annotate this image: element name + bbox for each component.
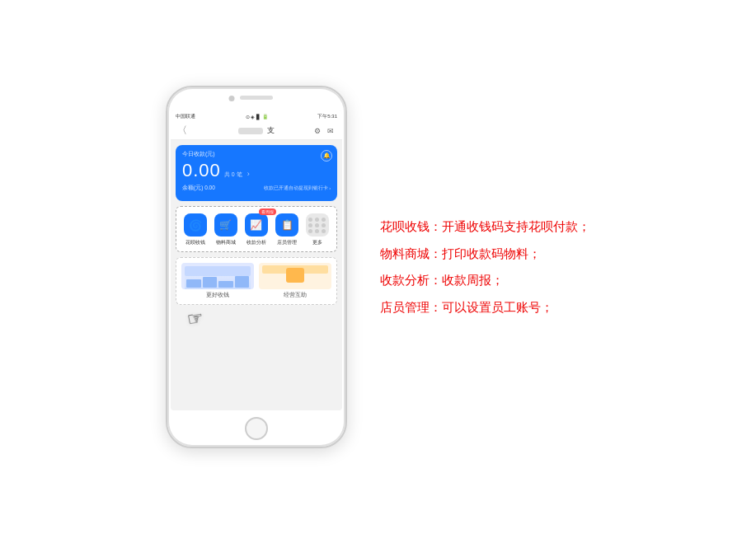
mute-icon[interactable]: 🔔 [321, 150, 332, 162]
zhoubaio-badge: 看周报 [259, 208, 276, 215]
finger-cursor-icon: ☞ [185, 307, 205, 330]
analysis-label: 收款分析 [247, 239, 266, 246]
feature-item-material: 物料商城：打印收款码物料； [380, 245, 590, 264]
staff-item[interactable]: 📋 店员管理 [272, 213, 302, 246]
feature-item-huabei: 花呗收钱：开通收钱码支持花呗付款； [380, 218, 590, 237]
business-assist-label: 经营互助 [259, 292, 331, 299]
settings-icon[interactable]: ⚙ [312, 126, 322, 136]
feature-item-analysis: 收款分析：收款周报； [380, 271, 590, 290]
card-count: 共 0 笔 [224, 171, 242, 179]
top-nav: 〈 支 ⚙ ✉ [171, 122, 342, 140]
feature-list: 花呗收钱：开通收钱码支持花呗付款； 物料商城：打印收款码物料； 收款分析：收款周… [380, 218, 590, 316]
phone-camera [229, 96, 235, 101]
card-amount: 0.00 [182, 160, 221, 181]
material-item[interactable]: 🛒 物料商城 [211, 213, 241, 246]
phone-screen: 中国联通 ⊙ ◈ ▊ 🔋 下午5:31 〈 支 ⚙ ✉ 今日收款(元) � [171, 110, 342, 410]
revenue-card: 今日收款(元) 🔔 0.00 共 0 笔 › 余额(元) 0.00 收款已开通自… [176, 145, 337, 201]
message-icon[interactable]: ✉ [326, 126, 336, 136]
phone-speaker [240, 96, 273, 100]
card-auto-text: 收款已开通自动提现到银行卡 › [264, 185, 331, 191]
bar-chart-thumb [185, 273, 251, 289]
status-icons: ⊙ ◈ ▊ 🔋 [246, 114, 268, 119]
feature-item-staff: 店员管理：可以设置员工账号； [380, 298, 590, 317]
material-icon: 🛒 [214, 213, 237, 237]
business-assist-thumb [259, 263, 331, 289]
status-bar: 中国联通 ⊙ ◈ ▊ 🔋 下午5:31 [171, 110, 342, 122]
back-button[interactable]: 〈 [177, 124, 187, 138]
huabei-item[interactable]: 🌀 花呗收钱 [181, 213, 210, 246]
analysis-icon: 📈 看周报 [245, 213, 268, 237]
business-assist-item[interactable]: 经营互助 [259, 263, 331, 299]
bottom-grid: 更好收钱 经营互助 [181, 263, 331, 299]
phone-mockup: 中国联通 ⊙ ◈ ▊ 🔋 下午5:31 〈 支 ⚙ ✉ 今日收款(元) � [166, 86, 347, 448]
huabei-label: 花呗收钱 [185, 239, 205, 246]
better-collect-label: 更好收钱 [181, 292, 254, 299]
bottom-section: 更好收钱 经营互助 [176, 257, 337, 305]
staff-icon: 📋 [275, 213, 298, 237]
nav-title: 支 [238, 125, 275, 136]
feature-description: 花呗收钱：开通收钱码支持花呗付款； 物料商城：打印收款码物料； 收款分析：收款周… [380, 218, 590, 316]
icons-grid: 🌀 花呗收钱 🛒 物料商城 📈 [180, 213, 333, 246]
quick-actions-panel: 🌀 花呗收钱 🛒 物料商城 📈 [176, 206, 337, 252]
material-label: 物料商城 [216, 239, 236, 246]
orange-box [286, 268, 304, 283]
time-label: 下午5:31 [317, 113, 337, 120]
more-dots [308, 218, 326, 233]
card-balance: 余额(元) 0.00 [182, 185, 215, 192]
card-label: 今日收款(元) [182, 150, 331, 158]
carrier-label: 中国联通 [176, 113, 195, 120]
staff-label: 店员管理 [277, 239, 297, 246]
more-icon [306, 213, 329, 237]
huabei-icon: 🌀 [184, 213, 207, 237]
better-collect-thumb [181, 263, 254, 289]
more-label: 更多 [312, 239, 322, 246]
analysis-item[interactable]: 📈 看周报 收款分析 [242, 213, 271, 246]
phone-home-button[interactable] [245, 417, 268, 440]
more-item[interactable]: 更多 [303, 213, 332, 246]
nav-title-text: 支 [265, 126, 275, 134]
nav-icons: ⚙ ✉ [312, 126, 336, 136]
main-container: 中国联通 ⊙ ◈ ▊ 🔋 下午5:31 〈 支 ⚙ ✉ 今日收款(元) � [149, 69, 607, 465]
better-collect-item[interactable]: 更好收钱 [181, 263, 254, 299]
